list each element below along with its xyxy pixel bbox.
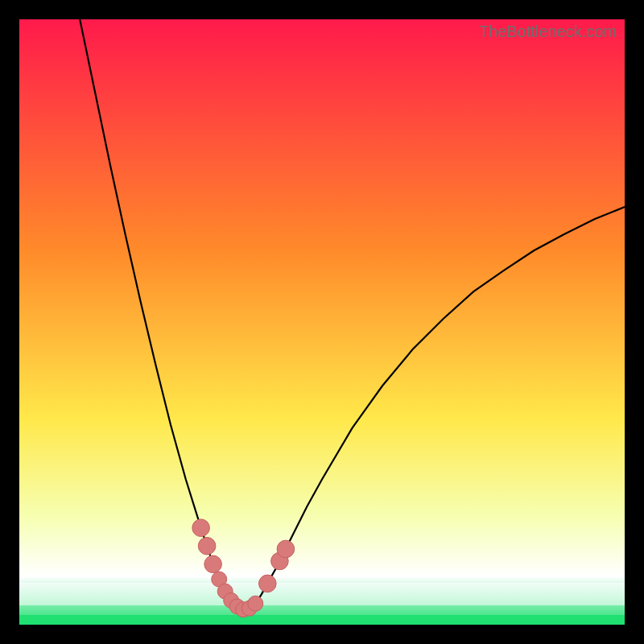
gradient-bg (19, 19, 625, 625)
green-strip (19, 615, 625, 625)
curve-marker (204, 555, 222, 573)
chart-frame: TheBottleneck.com (19, 19, 625, 625)
curve-marker (248, 596, 263, 611)
bottleneck-chart (19, 19, 625, 625)
curve-marker (198, 537, 216, 555)
curve-marker (259, 575, 277, 592)
watermark-text: TheBottleneck.com (479, 23, 617, 41)
curve-marker (192, 519, 210, 537)
white-strip (19, 583, 625, 605)
curve-marker (277, 540, 295, 558)
